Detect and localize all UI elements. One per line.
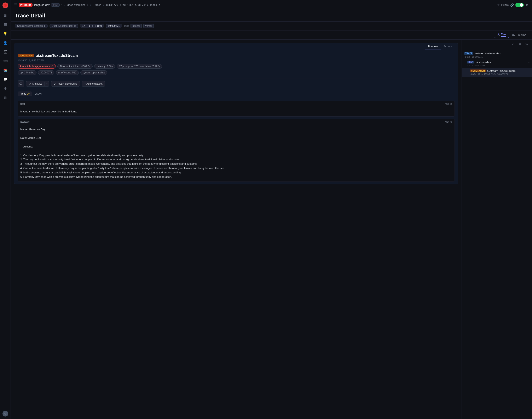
star-icon[interactable]: ☆ xyxy=(497,3,500,7)
tab-timeline-label: Timeline xyxy=(516,33,526,37)
project-chevron-icon: ▾ xyxy=(87,4,88,6)
trace-name: test-vercel-stream-text xyxy=(475,52,501,55)
markdown-icon-user[interactable]: MD xyxy=(445,102,449,105)
span-duration: 3.07s xyxy=(467,64,473,67)
assistant-message: assistant MD ⧉ Name: Harmony Day Date: M… xyxy=(18,119,455,182)
user-message: user MD ⧉ Invent a new holiday and descr… xyxy=(18,101,455,117)
svg-rect-2 xyxy=(4,50,7,53)
tag-icon[interactable] xyxy=(2,48,9,56)
svg-rect-12 xyxy=(512,35,515,36)
trash-icon[interactable]: 🗑 xyxy=(525,3,529,7)
percent-tree-button[interactable]: % xyxy=(524,41,530,47)
main-content: ☰ PROD-EU langfuse-dev Team ▾ / docs-exa… xyxy=(11,0,532,419)
format-tabs: Pretty ✨ JSON xyxy=(14,89,458,98)
user-role-label: user xyxy=(20,103,25,105)
layout-icon[interactable]: ⊞ xyxy=(2,12,9,19)
timeline-tab-icon xyxy=(512,34,515,37)
assistant-line-8: 5. In the evening, there is a candleligh… xyxy=(20,170,452,175)
tokens-pill: 17 → 175 (Σ 192) xyxy=(80,24,104,28)
project-link[interactable]: docs-examples xyxy=(67,3,85,6)
public-toggle[interactable] xyxy=(515,3,524,7)
copy-icon-user[interactable]: ⧉ xyxy=(450,102,452,105)
system-pill: system: openai.chat xyxy=(80,70,107,75)
app-logo[interactable]: L xyxy=(2,2,8,8)
trace-cost: $0.000271 xyxy=(472,56,483,58)
svg-rect-3 xyxy=(5,51,5,52)
close-tree-button[interactable]: ✕ xyxy=(517,41,523,47)
assistant-message-actions: MD ⧉ xyxy=(445,120,452,123)
test-playground-button[interactable]: Test in playground xyxy=(51,81,80,87)
list-icon[interactable]: ☰ xyxy=(2,21,9,28)
stack-icon[interactable]: ⊟ xyxy=(2,94,9,101)
generation-badge: GENERATION xyxy=(18,54,34,57)
person-icon[interactable]: 👤 xyxy=(2,39,9,46)
generation-name: ai.streamText.doStream xyxy=(36,53,78,58)
right-panel: ✕ % TRACE test-vercel-stream-text 3.07s … xyxy=(462,39,532,419)
copy-icon-assistant[interactable]: ⧉ xyxy=(450,120,452,123)
tree-toolbar: ✕ % xyxy=(462,39,532,49)
gear-icon[interactable]: ⚙ xyxy=(2,85,9,92)
user-message-actions: MD ⧉ xyxy=(445,102,452,105)
markdown-icon-assistant[interactable]: MD xyxy=(445,120,449,123)
model-pill: gpt-3.5-turbo xyxy=(18,70,37,75)
svg-text:L: L xyxy=(5,4,6,7)
public-label: Public xyxy=(501,3,508,6)
tree-tab-icon xyxy=(497,33,500,36)
tab-json[interactable]: JSON xyxy=(33,92,44,96)
tab-preview[interactable]: Preview xyxy=(425,43,440,50)
topnav: ☰ PROD-EU langfuse-dev Team ▾ / docs-exa… xyxy=(11,0,532,10)
cost-pill: $0.000271 xyxy=(106,24,122,28)
span-name: ai.streamText xyxy=(476,61,492,64)
tag-vercel[interactable]: vercel xyxy=(143,24,154,28)
add-dataset-button[interactable]: + Add to dataset xyxy=(82,81,105,87)
tags-row: Session: some-session-id User ID: some-u… xyxy=(11,22,532,30)
tree-item-generation[interactable]: GENERATION ai.streamText.doStream 3.06s … xyxy=(462,68,532,77)
generation-tokens: 17 → 175 (Σ 192) xyxy=(478,73,495,76)
person-tree-icon xyxy=(512,43,515,46)
span-cost: $0.000271 xyxy=(474,64,485,67)
main-panel: Preview Scores GENERATION ai.streamText.… xyxy=(11,39,462,419)
span-expand-icon[interactable]: − xyxy=(528,61,530,64)
tags-label: Tags xyxy=(124,25,129,27)
tab-scores[interactable]: Scores xyxy=(441,43,455,50)
book-icon[interactable]: 📚 xyxy=(2,66,9,74)
person-tree-button[interactable] xyxy=(510,41,516,47)
svg-rect-11 xyxy=(512,34,514,35)
link-icon[interactable]: 🔗 xyxy=(510,3,514,7)
ttft-pill: Time to first token: -1307.0s xyxy=(57,64,93,69)
tree-item-trace[interactable]: TRACE test-vercel-stream-text 3.07s $0.0… xyxy=(462,51,532,59)
tree-item-span[interactable]: SPAN ai.streamText − 3.07s $0.000271 xyxy=(462,59,532,68)
comment-icon xyxy=(19,82,22,85)
assistant-line-6: 3. Throughout the day, there are various… xyxy=(20,162,452,166)
svg-rect-4 xyxy=(5,52,6,52)
menu-icon[interactable]: ☰ xyxy=(14,3,17,7)
tab-tree[interactable]: Tree xyxy=(495,32,509,38)
prompt-link[interactable]: Prompt: holiday-generator - v1 xyxy=(18,64,56,69)
user-pill[interactable]: User ID: some-user-id xyxy=(49,24,78,28)
traces-link[interactable]: Traces xyxy=(93,3,101,6)
generation-cost: $0.000271 xyxy=(497,73,508,76)
team-badge[interactable]: Team xyxy=(51,3,60,7)
session-pill[interactable]: Session: some-session-id xyxy=(15,24,48,28)
tab-pretty[interactable]: Pretty ✨ xyxy=(18,92,32,96)
assistant-line-3: Traditions: xyxy=(20,144,452,149)
chat-icon[interactable]: 💬 xyxy=(2,76,9,83)
generation-tree-badge: GENERATION xyxy=(470,69,486,72)
annotate-chevron[interactable]: ▾ xyxy=(45,82,49,86)
bulb-icon[interactable]: 💡 xyxy=(2,30,9,37)
terminal-icon[interactable]: ⌨ xyxy=(2,57,9,65)
cost-pill2: $0.000271 xyxy=(38,70,54,75)
avatar[interactable]: U xyxy=(2,411,8,417)
tab-timeline[interactable]: Timeline xyxy=(510,32,529,38)
trace-duration: 3.07s xyxy=(465,56,470,58)
topnav-right: ☆ Public 🔗 🗑 xyxy=(497,3,529,7)
org-name[interactable]: langfuse-dev xyxy=(34,3,49,6)
generation-tree-name: ai.streamText.doStream xyxy=(487,69,515,72)
trace-badge: TRACE xyxy=(464,52,473,55)
generation-card: Preview Scores GENERATION ai.streamText.… xyxy=(14,43,458,184)
view-tabs-row: Tree Timeline xyxy=(11,30,532,39)
tag-openai[interactable]: openai xyxy=(131,24,142,28)
comment-button[interactable] xyxy=(18,80,24,87)
assistant-role-label: assistant xyxy=(20,120,30,123)
annotate-button[interactable]: Annotate ▾ xyxy=(26,81,49,87)
